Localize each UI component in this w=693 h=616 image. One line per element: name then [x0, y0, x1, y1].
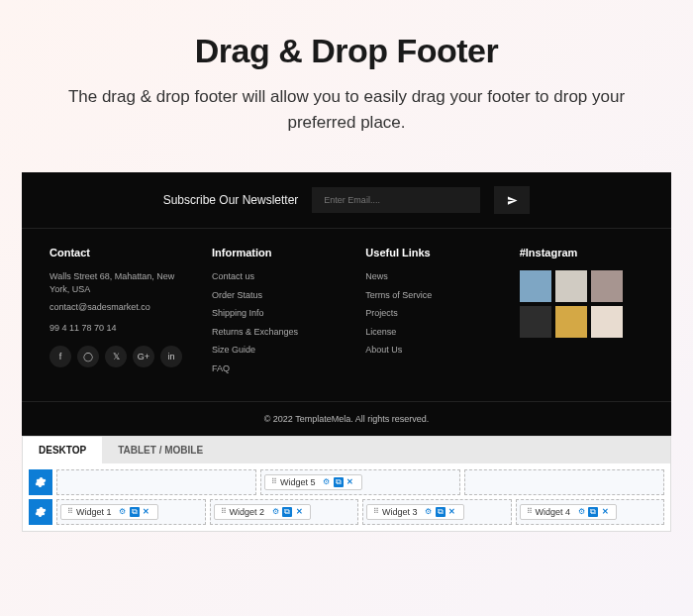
newsletter-label: Subscribe Our Newsletter: [163, 193, 299, 207]
gear-icon[interactable]: ⚙: [322, 477, 332, 487]
footer-link[interactable]: Returns & Exchanges: [212, 326, 336, 339]
instagram-tile[interactable]: [520, 306, 551, 338]
contact-address: Walls Street 68, Mahattan, New York, USA: [50, 270, 182, 295]
footer-link[interactable]: About Us: [365, 344, 489, 357]
linkedin-icon[interactable]: in: [160, 346, 182, 367]
footer-preview: Subscribe Our Newsletter Contact Walls S…: [22, 172, 671, 436]
widget-label: Widget 4: [536, 507, 571, 517]
close-icon[interactable]: ✕: [447, 507, 457, 517]
contact-phone: 99 4 11 78 70 14: [50, 322, 182, 335]
footer-col-useful: Useful Links NewsTerms of ServiceProject…: [365, 247, 489, 381]
facebook-icon[interactable]: f: [50, 346, 71, 367]
footer-link[interactable]: News: [365, 270, 489, 283]
footer-link[interactable]: License: [365, 326, 489, 339]
drag-handle-icon[interactable]: ⠿: [271, 477, 276, 486]
widget-label: Widget 5: [280, 477, 316, 487]
page-subtitle: The drag & drop footer will allow you to…: [59, 84, 634, 135]
drag-handle-icon[interactable]: ⠿: [221, 507, 226, 516]
footer-col-instagram: #Instagram: [520, 247, 644, 381]
builder-slot[interactable]: [56, 469, 256, 495]
builder-slot[interactable]: ⠿Widget 4⚙⧉✕: [516, 499, 665, 525]
footer-builder: DESKTOPTABLET / MOBILE ⠿Widget 5⚙⧉✕⠿Widg…: [22, 436, 671, 532]
send-icon: [507, 195, 518, 206]
widget-label: Widget 1: [76, 507, 112, 517]
duplicate-icon[interactable]: ⧉: [282, 507, 292, 517]
duplicate-icon[interactable]: ⧉: [436, 507, 446, 517]
footer-col-information: Information Contact usOrder StatusShippi…: [212, 247, 336, 381]
drag-handle-icon[interactable]: ⠿: [527, 507, 532, 516]
footer-link[interactable]: Shipping Info: [212, 307, 336, 320]
builder-slot[interactable]: ⠿Widget 3⚙⧉✕: [362, 499, 512, 525]
gear-icon[interactable]: ⚙: [118, 507, 128, 517]
gear-icon[interactable]: ⚙: [270, 507, 280, 517]
drag-handle-icon[interactable]: ⠿: [67, 507, 72, 516]
contact-heading: Contact: [50, 247, 182, 258]
drag-handle-icon[interactable]: ⠿: [373, 507, 378, 516]
widget-label: Widget 3: [382, 507, 418, 517]
widget-label: Widget 2: [230, 507, 265, 517]
newsletter-email-input[interactable]: [312, 187, 480, 213]
copyright-text: © 2022 TemplateMela. All rights reserved…: [22, 401, 671, 436]
builder-widget[interactable]: ⠿Widget 5⚙⧉✕: [264, 474, 362, 490]
footer-col-contact: Contact Walls Street 68, Mahattan, New Y…: [50, 247, 182, 381]
builder-slot[interactable]: ⠿Widget 5⚙⧉✕: [260, 469, 460, 495]
information-heading: Information: [212, 247, 336, 258]
gear-icon[interactable]: ⚙: [576, 507, 586, 517]
newsletter-submit-button[interactable]: [494, 186, 530, 214]
builder-slot[interactable]: ⠿Widget 2⚙⧉✕: [210, 499, 359, 525]
builder-tab-desktop[interactable]: DESKTOP: [23, 437, 102, 463]
builder-widget[interactable]: ⠿Widget 1⚙⧉✕: [60, 504, 158, 520]
duplicate-icon[interactable]: ⧉: [130, 507, 140, 517]
duplicate-icon[interactable]: ⧉: [588, 507, 598, 517]
instagram-tile[interactable]: [520, 270, 551, 302]
builder-row: ⠿Widget 1⚙⧉✕⠿Widget 2⚙⧉✕⠿Widget 3⚙⧉✕⠿Wid…: [29, 499, 664, 525]
instagram-tile[interactable]: [555, 306, 587, 338]
row-settings-button[interactable]: [29, 499, 52, 525]
instagram-icon[interactable]: ◯: [77, 346, 99, 367]
twitter-icon[interactable]: 𝕏: [105, 346, 127, 367]
footer-link[interactable]: FAQ: [212, 362, 336, 375]
instagram-tile[interactable]: [591, 306, 623, 338]
newsletter-bar: Subscribe Our Newsletter: [22, 172, 671, 229]
footer-link[interactable]: Projects: [365, 307, 489, 320]
builder-slot[interactable]: ⠿Widget 1⚙⧉✕: [56, 499, 206, 525]
instagram-tile[interactable]: [555, 270, 587, 302]
close-icon[interactable]: ✕: [600, 507, 610, 517]
builder-widget[interactable]: ⠿Widget 3⚙⧉✕: [366, 504, 464, 520]
duplicate-icon[interactable]: ⧉: [334, 477, 344, 487]
footer-link[interactable]: Terms of Service: [365, 289, 489, 302]
contact-email: contact@sadesmarket.co: [50, 301, 182, 314]
footer-link[interactable]: Size Guide: [212, 344, 336, 357]
useful-heading: Useful Links: [365, 247, 489, 258]
footer-link[interactable]: Contact us: [212, 270, 336, 283]
instagram-heading: #Instagram: [520, 247, 644, 258]
builder-tab-tablet-mobile[interactable]: TABLET / MOBILE: [102, 437, 219, 463]
builder-widget[interactable]: ⠿Widget 2⚙⧉✕: [214, 504, 312, 520]
instagram-tile[interactable]: [591, 270, 623, 302]
googleplus-icon[interactable]: G+: [133, 346, 154, 367]
gear-icon[interactable]: ⚙: [424, 507, 434, 517]
footer-link[interactable]: Order Status: [212, 289, 336, 302]
builder-widget[interactable]: ⠿Widget 4⚙⧉✕: [520, 504, 618, 520]
page-title: Drag & Drop Footer: [59, 32, 634, 70]
close-icon[interactable]: ✕: [294, 507, 304, 517]
close-icon[interactable]: ✕: [142, 507, 151, 517]
close-icon[interactable]: ✕: [346, 477, 355, 487]
row-settings-button[interactable]: [29, 469, 52, 495]
builder-slot[interactable]: [464, 469, 664, 495]
builder-row: ⠿Widget 5⚙⧉✕: [29, 469, 664, 495]
